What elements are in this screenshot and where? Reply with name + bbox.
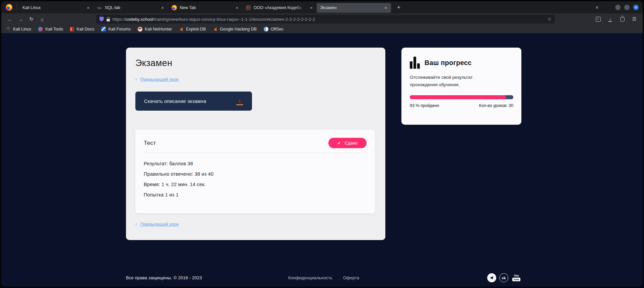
tab-close-icon[interactable]: × xyxy=(309,5,313,10)
download-arrow-icon: ↓ xyxy=(236,97,243,105)
progress-header: Ваш прогресс xyxy=(410,57,513,69)
test-title: Тест xyxy=(144,140,156,147)
bookmark-exploit-db[interactable]: Exploit-DB xyxy=(179,27,206,32)
back-icon[interactable]: ← xyxy=(5,15,15,23)
tab-title: ООО «Академия Кодеба xyxy=(254,5,307,10)
tab-title: New Tab xyxy=(180,5,232,10)
tab-sql-lab[interactable]: SQL SQL-lab × xyxy=(93,3,168,13)
progress-card: Ваш прогресс Отслеживайте свой результат… xyxy=(401,48,521,125)
vk-icon[interactable]: vk xyxy=(499,273,508,282)
site-favicon-icon xyxy=(246,5,251,10)
kali-nethunter-icon xyxy=(138,27,142,32)
tab-title: SQL-lab xyxy=(105,5,158,10)
page-content: Экзамен ‹ Предыдущий урок Скачать описан… xyxy=(1,33,643,287)
tab-kali-linux[interactable]: Kali Linux × xyxy=(19,3,93,13)
tab-bar: Kali Linux × SQL SQL-lab × New Tab × ООО… xyxy=(1,1,643,13)
exploit-db-bird-icon xyxy=(179,27,184,32)
bookmark-star-icon[interactable]: ☆ xyxy=(547,16,552,22)
tab-close-icon[interactable]: × xyxy=(384,5,388,10)
shield-check-icon[interactable]: ✓ xyxy=(594,15,602,23)
firefox-view-button[interactable] xyxy=(4,2,14,12)
bookmark-google-hacking-db[interactable]: Google Hacking DB xyxy=(213,27,257,32)
progress-title: Ваш прогресс xyxy=(425,59,471,67)
tab-academy-codeby[interactable]: ООО «Академия Кодеба × xyxy=(242,3,317,13)
test-header: Тест ✔ Сдано xyxy=(144,138,367,148)
download-exam-description-button[interactable]: Скачать описание экзамна ↓ xyxy=(135,92,252,111)
previous-lesson-link-bottom[interactable]: ‹ Предыдущий урок xyxy=(135,221,375,227)
home-icon[interactable]: ⌂ xyxy=(38,15,47,23)
menu-icon[interactable]: ☰ xyxy=(630,15,639,23)
tracking-protection-shield-icon[interactable] xyxy=(100,17,104,22)
window-controls: × xyxy=(615,5,639,10)
tab-ekzamen-active[interactable]: Экзамен × xyxy=(317,3,391,13)
result-score: Результат: баллов 38 xyxy=(144,161,367,167)
test-result-lines: Результат: баллов 38 Правильно отвечено:… xyxy=(144,161,367,198)
extensions-icon[interactable] xyxy=(618,15,627,23)
progress-percent-label: 93 % пройдено xyxy=(410,103,439,108)
bar-chart-icon xyxy=(410,57,420,69)
bookmark-kali-nethunter[interactable]: Kali NetHunter xyxy=(138,27,172,32)
telegram-icon[interactable] xyxy=(487,273,496,282)
test-result-card: Тест ✔ Сдано Результат: баллов 38 Правил… xyxy=(135,130,375,213)
tab-close-icon[interactable]: × xyxy=(160,5,165,10)
chevron-left-icon: ‹ xyxy=(135,221,137,227)
result-correct: Правильно отвечено: 38 из 40 xyxy=(144,171,367,177)
bookmark-kali-forums[interactable]: Kali Forums xyxy=(101,27,131,32)
check-icon: ✔ xyxy=(337,141,341,146)
youtube-icon[interactable]: You Tube xyxy=(511,273,521,282)
bookmark-kali-linux[interactable]: Kali Linux xyxy=(6,27,31,32)
progress-description: Отслеживайте свой результат прохождения … xyxy=(410,74,490,89)
divider xyxy=(144,153,367,153)
maximize-button[interactable] xyxy=(624,5,630,10)
navigation-bar: ← → ↻ ⌂ https://codeby.school/training/v… xyxy=(1,13,643,25)
tab-close-icon[interactable]: × xyxy=(235,5,239,10)
offsec-icon xyxy=(264,27,268,32)
reload-icon[interactable]: ↻ xyxy=(27,15,36,23)
exam-card: Экзамен ‹ Предыдущий урок Скачать описан… xyxy=(126,48,385,240)
forward-icon[interactable]: → xyxy=(16,15,25,23)
kali-dragon-icon xyxy=(6,27,11,32)
url-bar[interactable]: https://codeby.school/training/view/kurs… xyxy=(96,15,555,23)
previous-lesson-link-top[interactable]: ‹ Предыдущий урок xyxy=(135,76,375,82)
tab-new-tab[interactable]: New Tab × xyxy=(168,3,242,13)
lock-icon[interactable] xyxy=(107,19,110,21)
offer-link[interactable]: Оферта xyxy=(343,275,359,280)
progress-fill xyxy=(410,95,506,99)
firefox-favicon-icon xyxy=(172,5,177,10)
social-icons: vk You Tube xyxy=(487,273,521,282)
sql-favicon-icon: SQL xyxy=(97,7,102,9)
footer: Все права защищены. © 2016 - 2023 Конфид… xyxy=(126,273,521,282)
minimize-button[interactable] xyxy=(615,5,621,10)
close-window-button[interactable]: × xyxy=(633,5,639,10)
tab-title: Экзамен xyxy=(320,5,381,10)
tab-close-icon[interactable]: × xyxy=(86,5,90,10)
url-text[interactable]: https://codeby.school/training/view/kurs… xyxy=(113,17,315,22)
lessons-count-label: Кол-во уроков: 30 xyxy=(479,103,513,108)
url-host: codeby.school xyxy=(126,17,153,22)
downloads-icon[interactable]: ↓ xyxy=(606,15,615,23)
passed-status-badge[interactable]: ✔ Сдано xyxy=(328,138,367,148)
new-tab-button[interactable]: + xyxy=(395,4,402,11)
browser-window: Kali Linux × SQL SQL-lab × New Tab × ООО… xyxy=(1,1,643,287)
page-title: Экзамен xyxy=(135,58,375,68)
bookmark-kali-tools[interactable]: Kali Tools xyxy=(38,27,63,32)
tab-separator xyxy=(16,4,17,11)
bookmarks-bar: Kali Linux Kali Tools Kali Docs Kali For… xyxy=(1,25,643,33)
list-all-tabs-icon[interactable]: ∨ xyxy=(595,5,598,10)
google-hacking-db-bird-icon xyxy=(213,27,217,32)
chevron-left-icon: ‹ xyxy=(135,76,137,82)
result-time: Время: 1 ч. 22 мин. 14 сек. xyxy=(144,181,367,188)
copyright-text: Все права защищены. © 2016 - 2023 xyxy=(126,275,202,280)
url-path: /training/view/kurs-laquo-osnovy-linux-r… xyxy=(153,17,315,22)
kali-docs-icon xyxy=(70,27,74,32)
content-row: Экзамен ‹ Предыдущий урок Скачать описан… xyxy=(1,33,643,240)
kali-forums-icon xyxy=(101,27,106,32)
progress-stats: 93 % пройдено Кол-во уроков: 30 xyxy=(410,103,513,108)
progress-bar-track xyxy=(410,95,513,99)
result-attempt: Попытка 1 из 1 xyxy=(144,192,367,198)
bookmark-kali-docs[interactable]: Kali Docs xyxy=(70,27,94,32)
kali-tools-icon xyxy=(38,27,43,32)
bookmark-offsec[interactable]: OffSec xyxy=(264,27,283,32)
toolbar-right-icons: ✓ ↓ ☰ xyxy=(594,15,639,23)
privacy-link[interactable]: Конфиденциальность xyxy=(288,275,332,280)
